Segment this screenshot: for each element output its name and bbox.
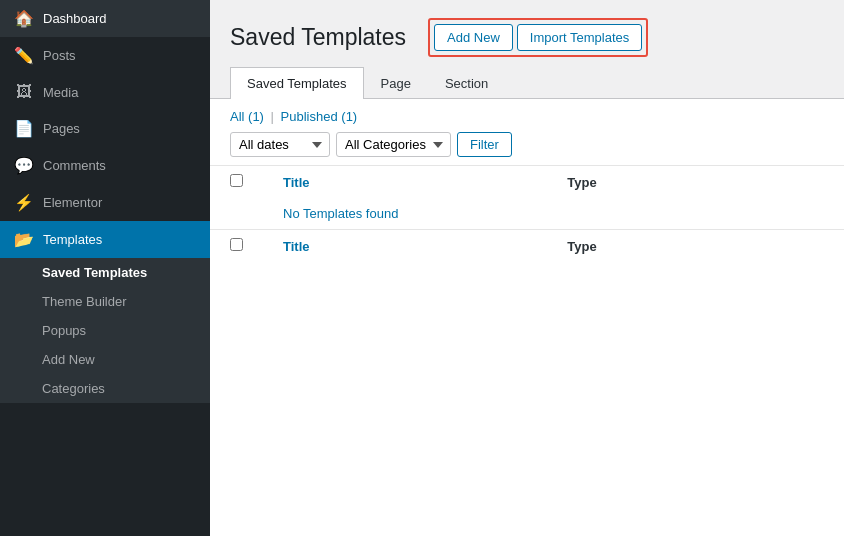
sidebar-item-add-new[interactable]: Add New: [0, 345, 210, 374]
sidebar-label-posts: Posts: [43, 48, 76, 63]
sidebar-label-comments: Comments: [43, 158, 106, 173]
templates-table: Title Type No Templates found Title Type: [210, 165, 844, 262]
select-all-checkbox[interactable]: [230, 174, 243, 187]
sidebar-item-categories[interactable]: Categories: [0, 374, 210, 403]
filter-controls: All dates All Categories Filter: [230, 132, 824, 157]
sidebar-item-comments[interactable]: 💬 Comments: [0, 147, 210, 184]
sidebar-label-elementor: Elementor: [43, 195, 102, 210]
add-new-button[interactable]: Add New: [434, 24, 513, 51]
dashboard-icon: 🏠: [14, 9, 34, 28]
sidebar-item-theme-builder[interactable]: Theme Builder: [0, 287, 210, 316]
filter-button[interactable]: Filter: [457, 132, 512, 157]
col-header-cb: [210, 166, 263, 199]
col-header-type: Type: [547, 166, 844, 199]
templates-icon: 📂: [14, 230, 34, 249]
col-footer-type: Type: [547, 230, 844, 263]
comments-icon: 💬: [14, 156, 34, 175]
table-footer-row: Title Type: [210, 230, 844, 263]
main-content: Saved Templates Add New Import Templates…: [210, 0, 844, 536]
filter-links: All (1) | Published (1): [230, 109, 824, 124]
sidebar-item-popups[interactable]: Popups: [0, 316, 210, 345]
sidebar-item-saved-templates[interactable]: Saved Templates: [0, 258, 210, 287]
col-footer-title: Title: [263, 230, 547, 263]
no-results-message: No Templates found: [263, 198, 844, 230]
sidebar: 🏠 Dashboard ✏️ Posts 🖼 Media 📄 Pages 💬 C…: [0, 0, 210, 536]
sidebar-item-pages[interactable]: 📄 Pages: [0, 110, 210, 147]
templates-submenu: Saved Templates Theme Builder Popups Add…: [0, 258, 210, 403]
posts-icon: ✏️: [14, 46, 34, 65]
no-results-cb: [210, 198, 263, 230]
tabs-bar: Saved Templates Page Section: [210, 67, 844, 99]
table-header-row: Title Type: [210, 166, 844, 199]
filter-published-link[interactable]: Published (1): [281, 109, 358, 124]
content-area: All (1) | Published (1) All dates All Ca…: [210, 99, 844, 536]
no-results-row: No Templates found: [210, 198, 844, 230]
page-header: Saved Templates Add New Import Templates: [210, 0, 844, 67]
sidebar-item-elementor[interactable]: ⚡ Elementor: [0, 184, 210, 221]
select-all-footer-checkbox[interactable]: [230, 238, 243, 251]
page-title: Saved Templates: [230, 24, 406, 51]
tab-saved-templates[interactable]: Saved Templates: [230, 67, 364, 99]
elementor-icon: ⚡: [14, 193, 34, 212]
sidebar-label-templates: Templates: [43, 232, 102, 247]
sidebar-label-dashboard: Dashboard: [43, 11, 107, 26]
tab-page[interactable]: Page: [364, 67, 428, 99]
pages-icon: 📄: [14, 119, 34, 138]
col-footer-cb: [210, 230, 263, 263]
categories-select[interactable]: All Categories: [336, 132, 451, 157]
tab-section[interactable]: Section: [428, 67, 505, 99]
media-icon: 🖼: [14, 83, 34, 101]
filter-separator: |: [271, 109, 274, 124]
filter-bar: All (1) | Published (1) All dates All Ca…: [210, 99, 844, 165]
import-templates-button[interactable]: Import Templates: [517, 24, 642, 51]
header-action-buttons: Add New Import Templates: [428, 18, 648, 57]
sidebar-item-posts[interactable]: ✏️ Posts: [0, 37, 210, 74]
sidebar-item-media[interactable]: 🖼 Media: [0, 74, 210, 110]
sidebar-item-dashboard[interactable]: 🏠 Dashboard: [0, 0, 210, 37]
col-header-title: Title: [263, 166, 547, 199]
sidebar-label-pages: Pages: [43, 121, 80, 136]
filter-all-link[interactable]: All (1): [230, 109, 264, 124]
dates-select[interactable]: All dates: [230, 132, 330, 157]
sidebar-label-media: Media: [43, 85, 78, 100]
sidebar-item-templates[interactable]: 📂 Templates: [0, 221, 210, 258]
